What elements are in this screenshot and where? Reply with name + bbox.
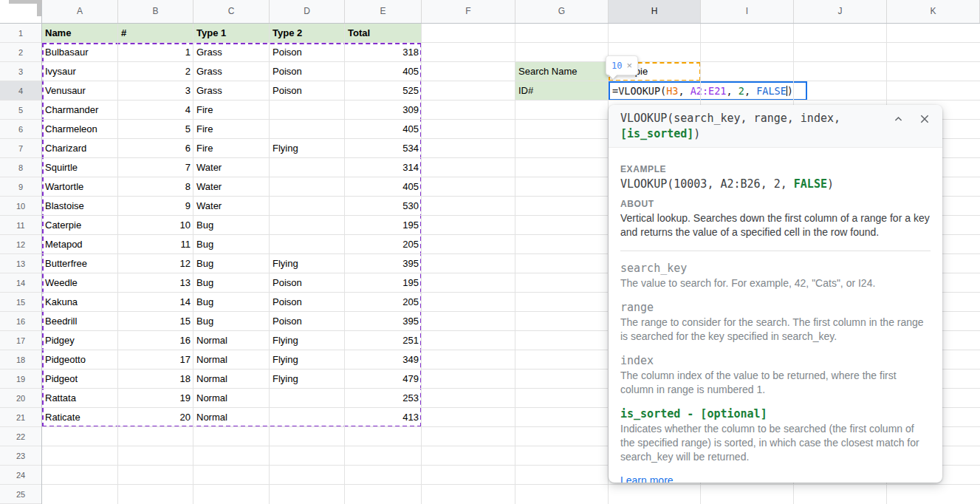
cell-C13[interactable]: Bug bbox=[193, 254, 270, 273]
cell-D16[interactable]: Poison bbox=[270, 312, 345, 331]
cell-C6[interactable]: Fire bbox=[193, 120, 270, 139]
cell-C11[interactable]: Bug bbox=[193, 216, 270, 235]
cell-C10[interactable]: Water bbox=[193, 197, 270, 216]
cell-E18[interactable]: 349 bbox=[345, 350, 422, 370]
cell-C21[interactable]: Normal bbox=[193, 408, 270, 427]
row-header-18[interactable]: 18 bbox=[0, 350, 41, 370]
row-header-8[interactable]: 8 bbox=[0, 158, 41, 177]
cell-E8[interactable]: 314 bbox=[345, 158, 422, 177]
row-header-6[interactable]: 6 bbox=[0, 120, 41, 139]
cell-C19[interactable]: Normal bbox=[193, 370, 270, 389]
cell-E9[interactable]: 405 bbox=[345, 177, 422, 197]
column-header-F[interactable]: F bbox=[422, 0, 515, 23]
cell-C8[interactable]: Water bbox=[193, 158, 270, 177]
cell-B18[interactable]: 17 bbox=[118, 350, 193, 370]
cell-B21[interactable]: 20 bbox=[118, 408, 193, 427]
cell-D17[interactable]: Flying bbox=[270, 331, 345, 350]
cell-D18[interactable]: Flying bbox=[270, 350, 345, 370]
cell-A12[interactable]: Metapod bbox=[42, 235, 118, 254]
row-header-13[interactable]: 13 bbox=[0, 254, 41, 273]
cell-C12[interactable]: Bug bbox=[193, 235, 270, 254]
column-header-J[interactable]: J bbox=[794, 0, 887, 23]
cell-D13[interactable]: Flying bbox=[270, 254, 345, 273]
cell-E20[interactable]: 253 bbox=[345, 389, 422, 408]
cell-E2[interactable]: 318 bbox=[345, 43, 422, 62]
cell-A20[interactable]: Rattata bbox=[42, 389, 118, 408]
cell-D19[interactable]: Flying bbox=[270, 370, 345, 389]
row-header-19[interactable]: 19 bbox=[0, 370, 41, 389]
cell-B10[interactable]: 9 bbox=[118, 197, 193, 216]
cell-C14[interactable]: Bug bbox=[193, 273, 270, 293]
cell-G4[interactable]: ID# bbox=[515, 81, 609, 101]
cell-C1[interactable]: Type 1 bbox=[193, 24, 270, 43]
row-header-4[interactable]: 4 bbox=[0, 81, 41, 101]
cell-A11[interactable]: Caterpie bbox=[42, 216, 118, 235]
cell-B15[interactable]: 14 bbox=[118, 293, 193, 312]
cell-A19[interactable]: Pidgeot bbox=[42, 370, 118, 389]
column-header-A[interactable]: A bbox=[42, 0, 118, 23]
cell-B16[interactable]: 15 bbox=[118, 312, 193, 331]
cell-B7[interactable]: 6 bbox=[118, 139, 193, 158]
cell-E1[interactable]: Total bbox=[345, 24, 422, 43]
cell-D4[interactable]: Poison bbox=[270, 81, 345, 101]
row-header-3[interactable]: 3 bbox=[0, 62, 41, 81]
cell-D15[interactable]: Poison bbox=[270, 293, 345, 312]
cell-A21[interactable]: Raticate bbox=[42, 408, 118, 427]
cell-B6[interactable]: 5 bbox=[118, 120, 193, 139]
column-header-I[interactable]: I bbox=[701, 0, 794, 23]
cell-A14[interactable]: Weedle bbox=[42, 273, 118, 293]
close-icon[interactable] bbox=[919, 113, 931, 125]
cell-E6[interactable]: 405 bbox=[345, 120, 422, 139]
cell-A8[interactable]: Squirtle bbox=[42, 158, 118, 177]
cell-C17[interactable]: Normal bbox=[193, 331, 270, 350]
row-header-12[interactable]: 12 bbox=[0, 235, 41, 254]
column-header-E[interactable]: E bbox=[345, 0, 422, 23]
row-header-25[interactable]: 25 bbox=[0, 485, 41, 504]
cell-E4[interactable]: 525 bbox=[345, 81, 422, 101]
cell-B13[interactable]: 12 bbox=[118, 254, 193, 273]
cell-C20[interactable]: Normal bbox=[193, 389, 270, 408]
cell-B4[interactable]: 3 bbox=[118, 81, 193, 101]
cell-E10[interactable]: 530 bbox=[345, 197, 422, 216]
cell-A10[interactable]: Blastoise bbox=[42, 197, 118, 216]
cell-G3[interactable]: Search Name bbox=[515, 62, 609, 81]
row-header-15[interactable]: 15 bbox=[0, 293, 41, 312]
row-header-24[interactable]: 24 bbox=[0, 466, 41, 485]
cell-B8[interactable]: 7 bbox=[118, 158, 193, 177]
cell-A15[interactable]: Kakuna bbox=[42, 293, 118, 312]
column-header-C[interactable]: C bbox=[193, 0, 270, 23]
cell-A2[interactable]: Bulbasaur bbox=[42, 43, 118, 62]
formula-input[interactable]: =VLOOKUP(H3, A2:E21, 2, FALSE) bbox=[609, 81, 807, 101]
cell-B11[interactable]: 10 bbox=[118, 216, 193, 235]
row-header-7[interactable]: 7 bbox=[0, 139, 41, 158]
cell-B17[interactable]: 16 bbox=[118, 331, 193, 350]
cell-B14[interactable]: 13 bbox=[118, 273, 193, 293]
cell-E11[interactable]: 195 bbox=[345, 216, 422, 235]
cell-D2[interactable]: Poison bbox=[270, 43, 345, 62]
cell-B5[interactable]: 4 bbox=[118, 101, 193, 120]
cell-C5[interactable]: Fire bbox=[193, 101, 270, 120]
cell-E5[interactable]: 309 bbox=[345, 101, 422, 120]
cell-C15[interactable]: Bug bbox=[193, 293, 270, 312]
cell-A9[interactable]: Wartortle bbox=[42, 177, 118, 197]
cell-A5[interactable]: Charmander bbox=[42, 101, 118, 120]
row-header-17[interactable]: 17 bbox=[0, 331, 41, 350]
learn-more-link[interactable]: Learn more bbox=[620, 474, 674, 483]
cell-B20[interactable]: 19 bbox=[118, 389, 193, 408]
cell-B9[interactable]: 8 bbox=[118, 177, 193, 197]
row-header-20[interactable]: 20 bbox=[0, 389, 41, 408]
cell-A1[interactable]: Name bbox=[42, 24, 118, 43]
cell-B2[interactable]: 1 bbox=[118, 43, 193, 62]
cell-D14[interactable]: Poison bbox=[270, 273, 345, 293]
cell-B19[interactable]: 18 bbox=[118, 370, 193, 389]
cell-A18[interactable]: Pidgeotto bbox=[42, 350, 118, 370]
column-header-K[interactable]: K bbox=[887, 0, 980, 23]
row-header-23[interactable]: 23 bbox=[0, 446, 41, 466]
cell-E21[interactable]: 413 bbox=[345, 408, 422, 427]
row-header-11[interactable]: 11 bbox=[0, 216, 41, 235]
cell-C4[interactable]: Grass bbox=[193, 81, 270, 101]
cell-D7[interactable]: Flying bbox=[270, 139, 345, 158]
row-header-2[interactable]: 2 bbox=[0, 43, 41, 62]
cell-E13[interactable]: 395 bbox=[345, 254, 422, 273]
cell-C18[interactable]: Normal bbox=[193, 350, 270, 370]
